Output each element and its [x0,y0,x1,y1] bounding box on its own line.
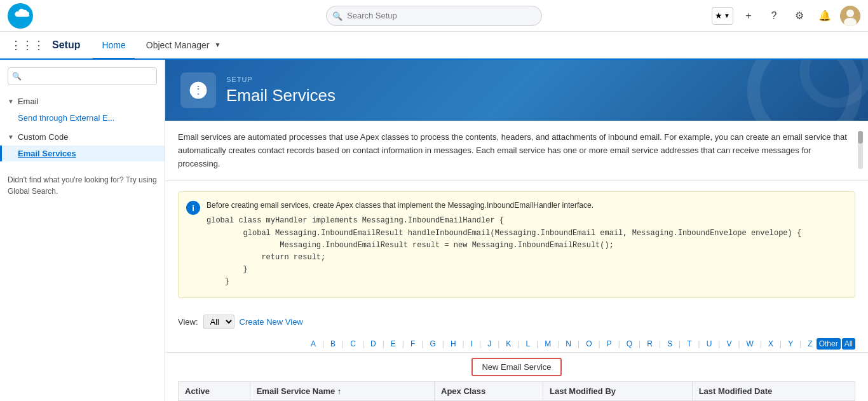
alpha-separator: | [575,338,582,350]
sidebar-item-send-external[interactable]: Send through External E... [0,110,165,126]
alpha-letter-f[interactable]: F [408,338,417,350]
alpha-letter-r[interactable]: R [644,338,655,350]
alpha-letter-all[interactable]: All [842,338,855,350]
page-header-text: SETUP Email Services [226,76,853,105]
add-button[interactable]: + [738,6,759,26]
chevron-down-icon: ▼ [8,98,14,105]
alpha-letter-b[interactable]: B [328,338,338,350]
alpha-letter-w[interactable]: W [744,338,756,350]
alpha-separator: | [477,338,484,350]
settings-button[interactable]: ⚙ [789,6,810,26]
alpha-letter-o[interactable]: O [583,338,594,350]
sidebar-section-email: ▼ Email Send through External E... [0,93,165,126]
alpha-separator: | [400,338,407,350]
alpha-letter-d[interactable]: D [368,338,379,350]
sidebar-section-custom-code-header[interactable]: ▼ Custom Code [0,128,165,146]
alpha-letter-h[interactable]: H [448,338,459,350]
top-navigation: 🔍 ★ ▼ + ? ⚙ 🔔 [0,0,868,32]
search-input[interactable] [326,6,542,26]
description-text: Email services are automated processes t… [178,131,855,170]
content-area: SETUP Email Services Email services are … [165,60,868,401]
alpha-separator: | [777,338,784,350]
sidebar-search-icon: 🔍 [12,72,22,81]
alpha-letter-a[interactable]: A [308,338,318,350]
alpha-letter-j[interactable]: J [485,338,494,350]
col-last-modified-by: Last Modified By [543,381,693,400]
sidebar-item-email-services[interactable]: Email Services [0,146,165,161]
alpha-separator: | [636,338,643,350]
view-bar: View: All Create New View [165,308,868,336]
help-button[interactable]: ? [764,6,784,26]
scroll-indicator [858,131,863,169]
sidebar-section-email-header[interactable]: ▼ Email [0,93,165,110]
col-email-service-name[interactable]: Email Service Name ↑ [250,381,434,400]
alpha-letter-p[interactable]: P [604,338,614,350]
sidebar-search-wrapper: 🔍 email services [8,67,157,85]
col-last-modified-date: Last Modified Date [692,381,855,400]
alpha-separator: | [715,338,722,350]
col-active: Active [179,381,250,400]
second-navigation: ⋮⋮⋮ Setup Home Object Manager ▼ [0,32,868,60]
alpha-letter-t[interactable]: T [684,338,694,350]
alpha-letter-q[interactable]: Q [624,338,635,350]
top-nav-actions: ★ ▼ + ? ⚙ 🔔 [712,6,860,26]
alpha-letter-v[interactable]: V [724,338,734,350]
alpha-separator: | [515,338,522,350]
alpha-separator: | [534,338,541,350]
new-email-btn-row: New Email Service [178,358,855,376]
star-icon: ★ [715,11,722,20]
alpha-letter-u[interactable]: U [704,338,715,350]
alpha-letter-c[interactable]: C [348,338,358,350]
alpha-letter-l[interactable]: L [523,338,532,350]
favorites-button[interactable]: ★ ▼ [712,7,733,25]
alpha-letter-z[interactable]: Z [805,338,815,350]
table-header: Active Email Service Name ↑ Apex Class L… [179,381,855,400]
view-label: View: [178,317,198,327]
sidebar-section-email-label: Email [18,97,39,106]
col-apex-class: Apex Class [435,381,543,400]
create-new-view-link[interactable]: Create New View [240,317,303,327]
alpha-separator: | [440,338,447,350]
sidebar: 🔍 email services ▼ Email Send through Ex… [0,60,165,401]
tab-home[interactable]: Home [93,32,134,60]
info-message: Before creating email services, create A… [207,201,844,210]
alpha-separator: | [735,338,742,350]
alpha-letter-other[interactable]: Other [817,338,841,350]
avatar[interactable] [840,6,860,26]
alpha-separator: | [339,338,346,350]
alpha-separator: | [380,338,387,350]
alpha-letter-x[interactable]: X [766,338,776,350]
page-header: SETUP Email Services [165,60,868,121]
alpha-letter-m[interactable]: M [542,338,553,350]
info-icon: i [186,201,200,215]
page-header-title: Email Services [226,86,853,105]
new-email-service-button[interactable]: New Email Service [471,358,561,376]
alpha-letter-g[interactable]: G [427,338,438,350]
grid-icon[interactable]: ⋮⋮⋮ [10,38,44,52]
tab-object-manager[interactable]: Object Manager ▼ [137,32,230,60]
alpha-separator: | [797,338,804,350]
alpha-separator: | [616,338,623,350]
alpha-letter-i[interactable]: I [468,338,475,350]
email-services-table: Active Email Service Name ↑ Apex Class L… [178,381,855,401]
alpha-separator: | [419,338,426,350]
alpha-letter-y[interactable]: Y [785,338,796,350]
salesforce-logo [8,3,33,29]
app-title: Setup [52,39,80,51]
description-section: Email services are automated processes t… [165,121,868,181]
alpha-separator: | [460,338,467,350]
alpha-letter-e[interactable]: E [388,338,398,350]
alpha-letter-k[interactable]: K [503,338,513,350]
alpha-letter-n[interactable]: N [563,338,574,350]
alpha-letter-s[interactable]: S [665,338,675,350]
alpha-separator: | [360,338,367,350]
info-box: i Before creating email services, create… [178,191,855,297]
table-area: New Email Service Active Email Service N… [165,353,868,401]
page-header-setup-label: SETUP [226,76,853,83]
view-select[interactable]: All [203,315,234,329]
notifications-button[interactable]: 🔔 [815,6,835,26]
alpha-separator: | [696,338,703,350]
chevron-down-icon: ▼ [214,41,220,48]
sidebar-search-input[interactable]: email services [8,67,157,85]
dropdown-icon: ▼ [724,12,730,19]
